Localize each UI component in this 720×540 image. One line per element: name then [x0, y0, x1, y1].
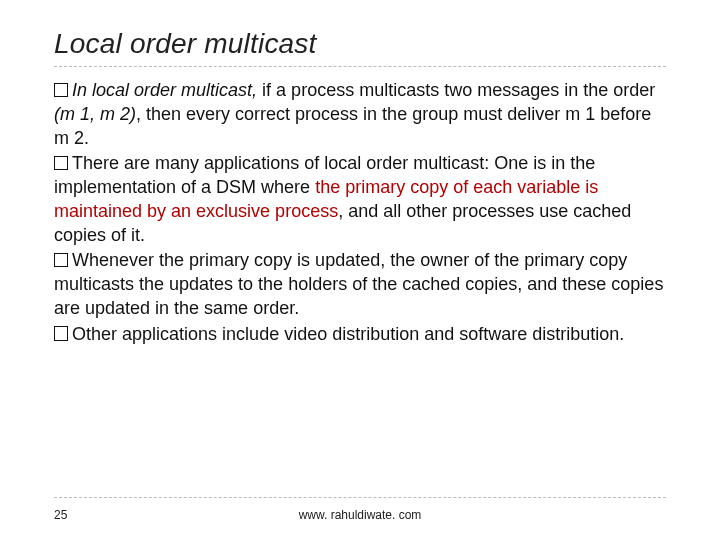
bullet-1-lead: In local order multicast,	[72, 80, 257, 100]
bullet-4-text: Other applications include video distrib…	[72, 324, 624, 344]
footer-divider	[54, 497, 666, 498]
bullet-3: Whenever the primary copy is updated, th…	[54, 249, 666, 320]
bullet-icon	[54, 326, 68, 340]
bullet-1-text-a: if a process multicasts two messages in …	[257, 80, 655, 100]
title-divider	[54, 66, 666, 67]
bullet-3-text: Whenever the primary copy is updated, th…	[54, 250, 663, 318]
bullet-1-text-b: , then every correct process in the grou…	[54, 104, 651, 148]
bullet-1: In local order multicast, if a process m…	[54, 79, 666, 150]
bullet-2: There are many applications of local ord…	[54, 152, 666, 247]
bullet-icon	[54, 156, 68, 170]
bullet-1-m: (m 1, m 2)	[54, 104, 136, 124]
slide: Local order multicast In local order mul…	[0, 0, 720, 540]
bullet-icon	[54, 83, 68, 97]
slide-title: Local order multicast	[54, 28, 666, 60]
bullet-4: Other applications include video distrib…	[54, 323, 666, 347]
footer-url: www. rahuldiwate. com	[54, 508, 666, 522]
bullet-icon	[54, 253, 68, 267]
slide-body: In local order multicast, if a process m…	[54, 79, 666, 346]
